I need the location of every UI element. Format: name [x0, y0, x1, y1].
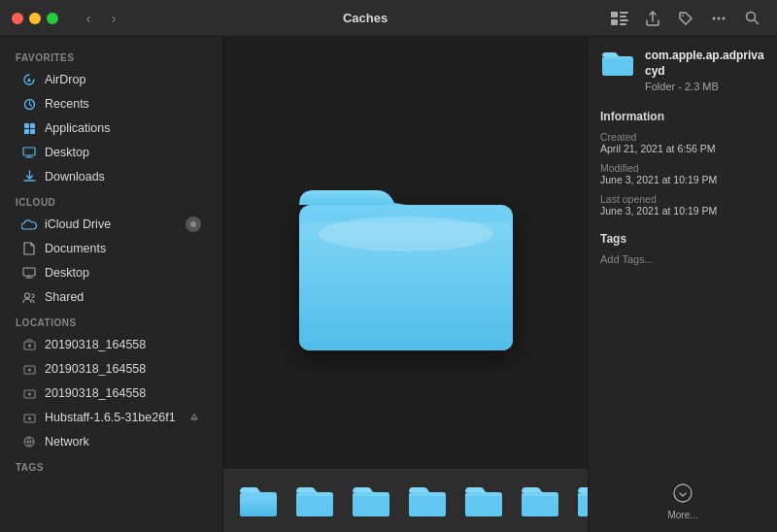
- icloud-section-label: iCloud: [0, 189, 222, 212]
- eject-icon[interactable]: [187, 411, 201, 424]
- last-opened-label: Last opened: [600, 193, 765, 205]
- svg-rect-15: [24, 129, 29, 134]
- minimize-button[interactable]: [29, 13, 41, 24]
- action-menu-icon[interactable]: [705, 8, 732, 29]
- back-button[interactable]: ‹: [78, 8, 99, 29]
- search-icon[interactable]: [738, 8, 765, 29]
- svg-rect-49: [602, 59, 633, 76]
- strip-folder-6[interactable]: [515, 478, 565, 524]
- tag-icon[interactable]: [672, 8, 699, 29]
- svg-rect-19: [23, 268, 35, 276]
- desktop-icon: [21, 145, 37, 160]
- maximize-button[interactable]: [47, 13, 58, 24]
- svg-rect-14: [30, 123, 35, 128]
- locations-section-label: Locations: [0, 310, 222, 332]
- traffic-lights: [12, 13, 58, 24]
- svg-point-18: [190, 221, 196, 227]
- svg-point-6: [682, 15, 684, 17]
- svg-rect-5: [620, 23, 626, 25]
- close-button[interactable]: [12, 13, 23, 24]
- svg-rect-1: [620, 12, 628, 14]
- svg-point-31: [319, 216, 493, 251]
- main-layout: Favorites AirDrop Recents: [0, 37, 777, 532]
- svg-rect-43: [522, 496, 558, 516]
- modified-label: Modified: [600, 162, 765, 174]
- sidebar-item-icloud-drive[interactable]: iCloud Drive: [6, 213, 217, 236]
- created-label: Created: [600, 131, 765, 143]
- add-tags-button[interactable]: Add Tags...: [600, 253, 765, 265]
- forward-button[interactable]: ›: [103, 8, 124, 29]
- more-label: More...: [667, 510, 697, 520]
- sidebar-item-downloads[interactable]: Downloads: [6, 165, 217, 188]
- info-folder-icon: [600, 49, 635, 83]
- svg-line-11: [754, 20, 758, 24]
- sidebar-item-applications[interactable]: Applications: [6, 116, 217, 140]
- created-value: April 21, 2021 at 6:56 PM: [600, 143, 765, 154]
- airdrop-icon: [21, 72, 37, 87]
- modified-value: June 3, 2021 at 10:19 PM: [600, 174, 765, 185]
- sidebar-item-loc3[interactable]: 20190318_164558: [6, 382, 217, 405]
- more-button[interactable]: More...: [600, 476, 765, 520]
- sidebar-item-airdrop[interactable]: AirDrop: [6, 68, 217, 91]
- strip-folder-2[interactable]: [289, 478, 340, 524]
- sidebar-item-desktop-cloud[interactable]: Desktop: [6, 261, 217, 284]
- svg-point-21: [28, 344, 31, 347]
- svg-point-7: [713, 17, 716, 19]
- desktop-cloud-icon: [21, 265, 37, 281]
- strip-folder-4[interactable]: [402, 478, 453, 524]
- sidebar-item-loc1[interactable]: 20190318_164558: [6, 333, 217, 356]
- info-folder-type-size: Folder - 2.3 MB: [645, 81, 765, 92]
- sidebar-item-desktop[interactable]: Desktop: [6, 141, 217, 164]
- share-icon[interactable]: [639, 8, 666, 29]
- strip-folder-7[interactable]: [571, 478, 588, 524]
- loc2-label: 20190318_164558: [45, 362, 201, 376]
- shared-label: Shared: [45, 290, 201, 304]
- svg-point-27: [28, 416, 31, 419]
- strip-folder-1[interactable]: [233, 478, 284, 524]
- tags-title: Tags: [600, 232, 765, 246]
- sidebar-item-network[interactable]: Network: [6, 430, 217, 453]
- view-toggle-icon[interactable]: [606, 8, 633, 29]
- applications-label: Applications: [45, 121, 201, 135]
- svg-point-9: [723, 17, 726, 19]
- hubstaff-label: Hubstaff-1.6.5-31be26f1: [45, 411, 180, 424]
- drive-icon-2: [21, 361, 37, 377]
- svg-rect-3: [611, 19, 618, 25]
- icloud-drive-icon: [21, 216, 37, 232]
- strip-folder-5[interactable]: [458, 478, 509, 524]
- svg-point-50: [674, 484, 692, 502]
- drive-icon-4: [21, 410, 37, 425]
- shared-icon: [21, 289, 37, 305]
- desktop-label: Desktop: [45, 146, 201, 159]
- sidebar-item-documents[interactable]: Documents: [6, 237, 217, 260]
- sidebar-item-loc2[interactable]: 20190318_164558: [6, 357, 217, 381]
- documents-label: Documents: [45, 242, 201, 255]
- network-icon: [21, 434, 37, 449]
- strip-folder-3[interactable]: [346, 478, 396, 524]
- info-panel: com.apple.ap.adprivacyd Folder - 2.3 MB …: [588, 37, 777, 532]
- svg-rect-0: [611, 12, 618, 17]
- sidebar-item-shared[interactable]: Shared: [6, 285, 217, 309]
- svg-rect-16: [30, 129, 35, 134]
- documents-icon: [21, 241, 37, 256]
- file-browser-content[interactable]: [223, 37, 588, 469]
- navigation-buttons: ‹ ›: [78, 8, 124, 29]
- info-row-modified: Modified June 3, 2021 at 10:19 PM: [600, 162, 765, 185]
- bottom-strip: [223, 469, 588, 532]
- svg-rect-41: [465, 496, 502, 516]
- info-row-created: Created April 21, 2021 at 6:56 PM: [600, 131, 765, 154]
- icloud-badge: [186, 216, 201, 232]
- svg-point-8: [718, 17, 721, 19]
- svg-rect-45: [578, 496, 588, 516]
- info-folder-name: com.apple.ap.adprivacyd: [645, 49, 765, 79]
- toolbar-actions: [606, 8, 765, 29]
- sidebar-item-hubstaff[interactable]: Hubstaff-1.6.5-31be26f1: [6, 406, 217, 429]
- sidebar-item-recents[interactable]: Recents: [6, 92, 217, 116]
- svg-rect-37: [353, 496, 389, 516]
- info-row-last-opened: Last opened June 3, 2021 at 10:19 PM: [600, 193, 765, 216]
- loc3-label: 20190318_164558: [45, 386, 201, 400]
- svg-rect-4: [620, 19, 628, 21]
- sidebar: Favorites AirDrop Recents: [0, 37, 223, 532]
- downloads-label: Downloads: [45, 170, 201, 183]
- info-section-title: Information: [600, 110, 765, 123]
